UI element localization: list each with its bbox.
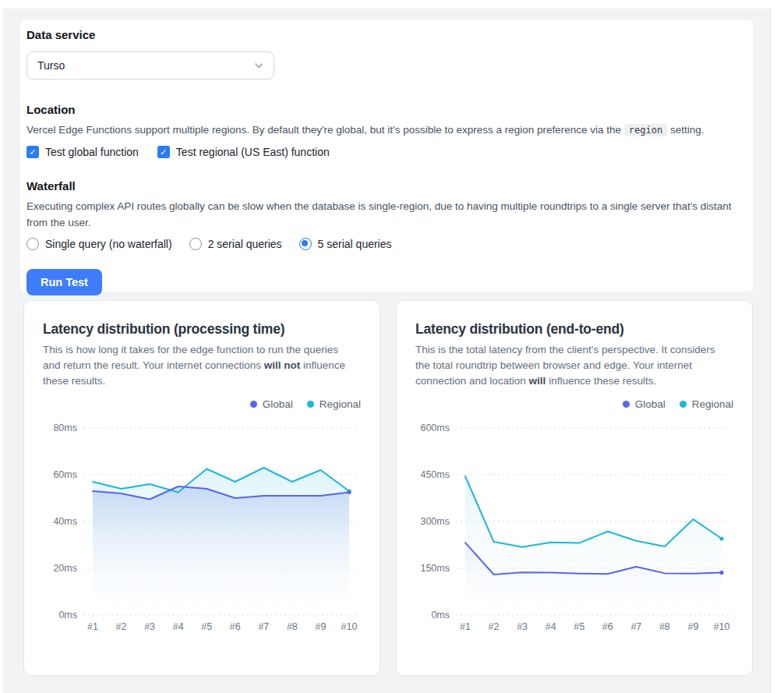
radio-unselected-icon[interactable]	[26, 238, 39, 250]
chart-title: Latency distribution (end-to-end)	[415, 321, 733, 338]
location-heading: Location	[26, 103, 743, 116]
svg-text:450ms: 450ms	[420, 469, 450, 480]
end-to-end-chart: 0ms150ms300ms450ms600ms#1#2#3#4#5#6#7#8#…	[415, 417, 735, 645]
chart-description: This is the total latency from the clien…	[415, 342, 721, 389]
processing-time-card: Latency distribution (processing time) T…	[23, 300, 380, 676]
svg-text:#9: #9	[687, 621, 698, 632]
svg-text:#8: #8	[659, 621, 670, 632]
charts-section: Latency distribution (processing time) T…	[23, 300, 753, 676]
svg-text:#1: #1	[87, 621, 98, 632]
checkbox-checked-icon[interactable]: ✓	[157, 146, 170, 158]
svg-text:#10: #10	[341, 621, 358, 632]
svg-text:#2: #2	[116, 621, 127, 632]
chart-legend: Global Regional	[43, 398, 361, 411]
chart-description-bold: will not	[264, 359, 301, 371]
waterfall-radio-group: Single query (no waterfall) 2 serial que…	[26, 238, 743, 250]
checkbox-label: Test global function	[45, 146, 139, 158]
chart-description: This is how long it takes for the edge f…	[43, 342, 348, 389]
radio-unselected-icon[interactable]	[189, 238, 202, 250]
svg-text:#6: #6	[602, 621, 613, 632]
location-description: Vercel Edge Functions support multiple r…	[26, 122, 743, 138]
radio-single-query[interactable]: Single query (no waterfall)	[26, 238, 172, 250]
svg-text:#5: #5	[574, 621, 584, 632]
svg-text:600ms: 600ms	[420, 423, 450, 433]
svg-text:300ms: 300ms	[420, 516, 450, 527]
svg-text:0ms: 0ms	[58, 610, 77, 621]
chevron-down-icon	[253, 60, 264, 71]
region-code-chip: region	[624, 124, 667, 136]
svg-text:#4: #4	[173, 621, 184, 632]
svg-text:#1: #1	[460, 621, 471, 632]
radio-5-serial-queries[interactable]: 5 serial queries	[299, 238, 392, 250]
location-description-text: Vercel Edge Functions support multiple r…	[26, 124, 624, 136]
legend-label: Regional	[320, 398, 361, 410]
svg-text:60ms: 60ms	[53, 469, 77, 480]
chart-title: Latency distribution (processing time)	[43, 321, 361, 338]
legend-label: Regional	[692, 398, 733, 410]
radio-label: Single query (no waterfall)	[45, 238, 172, 250]
svg-text:#7: #7	[630, 621, 641, 632]
processing-time-chart: 0ms20ms40ms60ms80ms#1#2#3#4#5#6#7#8#9#10	[43, 417, 362, 645]
chart-description-tail: influence these results.	[546, 375, 656, 387]
waterfall-description: Executing complex API routes globally ca…	[26, 199, 743, 231]
legend-item-regional: Regional	[680, 398, 733, 410]
data-service-heading: Data service	[26, 28, 743, 41]
svg-text:20ms: 20ms	[53, 563, 77, 574]
location-checkbox-group: ✓ Test global function ✓ Test regional (…	[26, 146, 743, 158]
svg-text:150ms: 150ms	[420, 563, 450, 574]
checkbox-checked-icon[interactable]: ✓	[26, 146, 39, 158]
waterfall-heading: Waterfall	[26, 179, 743, 193]
radio-label: 5 serial queries	[318, 238, 392, 250]
test-config-panel: Data service Turso Location Vercel Edge …	[20, 20, 753, 292]
radio-label: 2 serial queries	[208, 238, 282, 250]
svg-text:#2: #2	[489, 621, 500, 632]
end-to-end-card: Latency distribution (end-to-end) This i…	[396, 300, 753, 676]
legend-label: Global	[263, 398, 293, 410]
svg-text:#4: #4	[546, 621, 556, 632]
checkbox-test-regional-function[interactable]: ✓ Test regional (US East) function	[157, 146, 330, 158]
svg-text:#6: #6	[230, 621, 241, 632]
svg-text:40ms: 40ms	[53, 516, 77, 527]
legend-item-global: Global	[250, 398, 293, 410]
legend-label: Global	[635, 398, 666, 410]
data-service-selected-value: Turso	[37, 59, 65, 72]
svg-text:0ms: 0ms	[431, 610, 450, 621]
checkbox-test-global-function[interactable]: ✓ Test global function	[26, 146, 139, 158]
svg-text:#10: #10	[714, 621, 730, 632]
regional-legend-dot-icon	[680, 401, 687, 408]
run-test-button[interactable]: Run Test	[26, 269, 102, 295]
legend-item-global: Global	[623, 398, 666, 410]
svg-text:#8: #8	[287, 621, 298, 632]
global-legend-dot-icon	[250, 401, 257, 408]
app-viewport: Data service Turso Location Vercel Edge …	[3, 9, 771, 693]
data-service-select[interactable]: Turso	[26, 51, 274, 80]
global-legend-dot-icon	[623, 401, 630, 408]
location-description-tail: setting.	[667, 124, 704, 136]
svg-text:80ms: 80ms	[53, 423, 77, 433]
svg-text:#3: #3	[144, 621, 155, 632]
svg-text:#9: #9	[315, 621, 326, 632]
svg-text:#5: #5	[201, 621, 212, 632]
checkbox-label: Test regional (US East) function	[176, 146, 330, 158]
radio-selected-icon[interactable]	[299, 238, 312, 250]
chart-description-bold: will	[529, 375, 546, 387]
chart-legend: Global Regional	[415, 398, 733, 411]
radio-2-serial-queries[interactable]: 2 serial queries	[189, 238, 282, 250]
svg-text:#7: #7	[258, 621, 269, 632]
legend-item-regional: Regional	[307, 398, 361, 410]
regional-legend-dot-icon	[307, 401, 314, 408]
svg-text:#3: #3	[517, 621, 528, 632]
